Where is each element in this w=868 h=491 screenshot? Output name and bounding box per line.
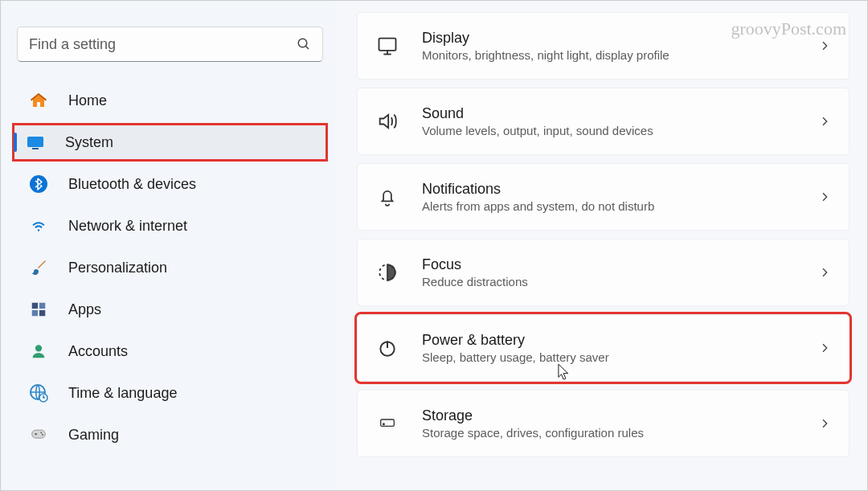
row-sub: Volume levels, output, input, sound devi… — [422, 124, 818, 137]
brush-icon — [28, 257, 49, 278]
svg-rect-22 — [381, 419, 395, 426]
svg-point-15 — [42, 434, 43, 436]
setting-storage[interactable]: Storage Storage space, drives, configura… — [357, 390, 850, 457]
svg-rect-5 — [32, 303, 38, 309]
apps-icon — [28, 299, 49, 320]
svg-rect-8 — [39, 310, 45, 316]
svg-point-13 — [35, 433, 37, 435]
sidebar-item-personalization[interactable]: Personalization — [15, 248, 325, 287]
svg-rect-3 — [32, 148, 39, 149]
sidebar-item-label: Home — [68, 92, 107, 109]
chevron-right-icon — [818, 39, 831, 52]
display-icon — [375, 34, 399, 58]
sidebar-item-label: System — [65, 134, 113, 151]
svg-point-0 — [298, 39, 307, 47]
svg-line-1 — [305, 46, 309, 49]
row-title: Power & battery — [422, 332, 818, 349]
svg-point-9 — [35, 345, 42, 351]
row-text: Storage Storage space, drives, configura… — [422, 407, 818, 440]
svg-rect-6 — [39, 303, 45, 309]
chevron-right-icon — [818, 342, 831, 354]
focus-icon — [375, 260, 399, 284]
sidebar-item-apps[interactable]: Apps — [15, 290, 325, 329]
chevron-right-icon — [818, 417, 831, 430]
svg-point-14 — [40, 432, 42, 434]
row-title: Sound — [422, 105, 818, 122]
row-text: Notifications Alerts from apps and syste… — [422, 181, 818, 213]
sidebar-item-label: Network & internet — [68, 218, 187, 235]
setting-notifications[interactable]: Notifications Alerts from apps and syste… — [357, 163, 850, 231]
sidebar-item-label: Gaming — [68, 427, 119, 444]
row-sub: Storage space, drives, configuration rul… — [422, 426, 818, 440]
bluetooth-icon — [28, 174, 49, 194]
sidebar-item-label: Accounts — [68, 343, 128, 360]
row-sub: Reduce distractions — [422, 275, 818, 288]
search-input[interactable] — [29, 36, 297, 53]
svg-rect-2 — [27, 137, 43, 147]
globe-clock-icon — [28, 383, 49, 403]
sidebar: Home System Bluetooth & devices Network … — [1, 1, 334, 490]
svg-rect-12 — [32, 430, 46, 438]
row-text: Power & battery Sleep, battery usage, ba… — [422, 332, 818, 364]
row-sub: Sleep, battery usage, battery saver — [422, 350, 818, 364]
sidebar-item-system[interactable]: System — [12, 123, 328, 162]
gamepad-icon — [28, 424, 49, 445]
row-title: Display — [422, 30, 818, 47]
row-sub: Monitors, brightness, night light, displ… — [422, 48, 818, 62]
row-text: Sound Volume levels, output, input, soun… — [422, 105, 818, 137]
row-text: Focus Reduce distractions — [422, 256, 818, 288]
row-title: Notifications — [422, 181, 818, 198]
search-box[interactable] — [17, 27, 323, 62]
sidebar-item-home[interactable]: Home — [15, 81, 325, 120]
storage-icon — [375, 411, 399, 436]
row-title: Storage — [422, 407, 818, 424]
row-sub: Alerts from apps and system, do not dist… — [422, 199, 818, 213]
home-icon — [28, 90, 49, 111]
sidebar-item-label: Apps — [68, 301, 101, 318]
svg-point-23 — [383, 423, 385, 425]
sidebar-item-label: Bluetooth & devices — [68, 176, 196, 193]
row-text: Display Monitors, brightness, night ligh… — [422, 30, 818, 62]
search-icon — [297, 37, 311, 51]
sidebar-item-label: Time & language — [68, 385, 177, 402]
system-icon — [25, 132, 46, 153]
sidebar-item-label: Personalization — [68, 260, 167, 276]
nav-list: Home System Bluetooth & devices Network … — [12, 80, 328, 456]
svg-rect-16 — [379, 39, 396, 51]
sidebar-item-bluetooth[interactable]: Bluetooth & devices — [15, 165, 325, 203]
setting-sound[interactable]: Sound Volume levels, output, input, soun… — [357, 88, 850, 155]
chevron-right-icon — [818, 266, 831, 279]
sidebar-item-accounts[interactable]: Accounts — [15, 332, 325, 370]
sidebar-item-gaming[interactable]: Gaming — [15, 415, 325, 454]
setting-focus[interactable]: Focus Reduce distractions — [357, 239, 850, 306]
sidebar-item-time[interactable]: Time & language — [15, 374, 325, 412]
setting-power-battery[interactable]: Power & battery Sleep, battery usage, ba… — [357, 314, 850, 382]
sound-icon — [375, 109, 399, 133]
person-icon — [28, 341, 49, 362]
chevron-right-icon — [818, 115, 831, 128]
bell-icon — [375, 185, 399, 209]
svg-rect-7 — [32, 310, 38, 316]
setting-display[interactable]: Display Monitors, brightness, night ligh… — [357, 12, 850, 80]
chevron-right-icon — [818, 190, 831, 203]
power-icon — [375, 336, 399, 360]
row-title: Focus — [422, 256, 818, 273]
sidebar-item-network[interactable]: Network & internet — [15, 207, 325, 245]
main-panel: Display Monitors, brightness, night ligh… — [334, 1, 867, 490]
wifi-icon — [28, 215, 49, 236]
